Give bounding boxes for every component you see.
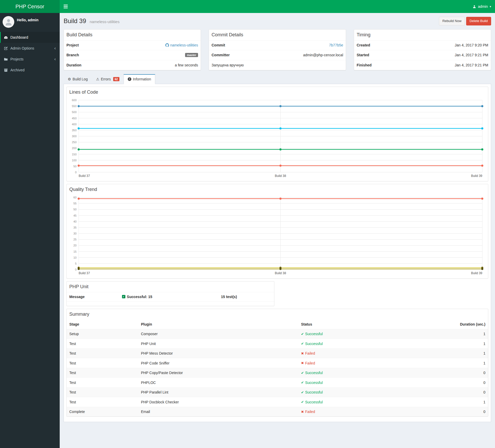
status-label: Successful <box>305 342 323 346</box>
app: PHP Censor admin ▾ Hello, admin <box>0 0 495 448</box>
avatar-person-icon <box>5 18 12 26</box>
status-cell: ✔Successful <box>299 378 425 388</box>
user-menu[interactable]: admin ▾ <box>469 0 495 13</box>
check-square-icon: ✓ <box>122 295 125 298</box>
commit-details-panel: Commit Details Commit 7b77b5e Committer … <box>209 29 346 70</box>
tab-label: Errors <box>101 77 111 81</box>
y-tick-label: 5 <box>75 262 77 265</box>
check-icon: ✔ <box>301 371 304 375</box>
y-tick-label: 350 <box>72 129 77 132</box>
sidebar-toggle-button[interactable] <box>60 0 71 13</box>
status-cell: ✖Failed <box>299 407 425 416</box>
plugin-cell: PHP Mess Detector <box>138 348 299 358</box>
chart-point <box>280 105 282 107</box>
y-tick-label: 200 <box>72 147 77 150</box>
plugin-cell: PHP Unit <box>138 339 299 349</box>
sidebar-item-label: Archived <box>10 68 24 72</box>
stage-cell: Test <box>67 387 138 397</box>
panel-title: Commit Details <box>212 32 243 37</box>
y-tick-label: 35 <box>73 226 77 229</box>
duration-cell: 1 <box>425 329 488 339</box>
php-unit-header-row: Message ✓ Successful: 15 15 test(s) <box>67 292 274 301</box>
stage-cell: Complete <box>67 407 138 416</box>
chart-point <box>78 197 80 199</box>
status-cell: ✔Successful <box>299 397 425 407</box>
y-tick-label: 0 <box>75 171 77 174</box>
tab-label: Information <box>133 77 151 81</box>
cross-icon: ✖ <box>301 361 304 365</box>
delete-build-button[interactable]: Delete Build <box>466 17 491 25</box>
stage-cell: Test <box>67 378 138 388</box>
php-unit-panel: PHP Unit Message ✓ Successful: 15 15 tes… <box>66 281 274 306</box>
page-header: Build 39 nameless-utilities Rebuild Now … <box>60 13 495 29</box>
status-label: Failed <box>305 361 315 365</box>
summary-row: CompleteEmail✖Failed0 <box>67 407 488 416</box>
status-label: Successful <box>305 400 323 404</box>
y-tick-label: 20 <box>73 244 77 247</box>
commit-link[interactable]: 7b77b5e <box>329 43 343 47</box>
top-navbar: admin ▾ <box>60 0 495 13</box>
panel-header: Quality Trend <box>67 184 488 194</box>
chart-point <box>78 164 80 167</box>
sidebar-item-archived[interactable]: Archived <box>0 65 60 75</box>
panel-title: PHP Unit <box>69 284 89 289</box>
summary-row: TestPHP Parallel Lint✔Successful0 <box>67 387 488 397</box>
brand-logo[interactable]: PHP Censor <box>0 0 60 13</box>
summary-row: TestPHP Mess Detector✖Failed1 <box>67 348 488 358</box>
panel-title: Quality Trend <box>69 187 97 192</box>
plugin-cell: PHPLOC <box>138 378 299 388</box>
build-status: ✔Successful <box>301 371 323 375</box>
finished-value: Jan 4, 2017 9:21 PM <box>455 63 488 67</box>
hamburger-icon <box>64 5 68 8</box>
project-link[interactable]: nameless-utilities <box>165 43 198 47</box>
x-tick-label: Build 39 <box>471 271 483 275</box>
tab-information[interactable]: i Information <box>124 74 155 84</box>
build-status: ✔Successful <box>301 381 323 385</box>
sidebar-item-projects[interactable]: Projects ‹ <box>0 54 60 65</box>
rebuild-now-button[interactable]: Rebuild Now <box>439 17 465 25</box>
avatar <box>3 16 14 28</box>
sidebar-item-admin-options[interactable]: Admin Options ‹ <box>0 43 60 54</box>
quality-trend-panel: Quality Trend 051015202530354045505560Bu… <box>66 184 488 279</box>
row-label: Project <box>66 43 79 47</box>
status-label: Successful <box>305 371 323 375</box>
check-icon: ✔ <box>301 381 304 384</box>
branch-row: Branch master <box>64 50 201 60</box>
info-icon: i <box>128 77 131 81</box>
quality-trend-chart: 051015202530354045505560Build 37Build 38… <box>69 195 485 276</box>
plugin-cell: PHP Copy/Paste Detector <box>138 368 299 378</box>
chart-point <box>280 127 282 129</box>
plugin-cell: Composer <box>138 329 299 339</box>
php-unit-body <box>67 301 274 306</box>
duration-cell: 1 <box>425 397 488 407</box>
edit-icon <box>4 46 8 50</box>
duration-cell: 0 <box>425 368 488 378</box>
tab-label: Build Log <box>73 77 88 81</box>
started-row: Started Jan 4, 2017 9:21 PM <box>354 50 491 60</box>
archive-icon <box>4 68 8 72</box>
duration-cell: 0 <box>425 407 488 416</box>
x-tick-label: Build 38 <box>275 271 286 275</box>
row-label: Committer <box>212 53 230 57</box>
x-tick-label: Build 39 <box>471 174 483 178</box>
summary-panel: Summary Stage Plugin Status Duration (se… <box>66 309 488 417</box>
y-tick-label: 500 <box>72 111 77 114</box>
row-label: Started <box>357 53 369 57</box>
panel-header: Commit Details <box>209 30 346 40</box>
panel-title: Lines of Code <box>69 89 98 95</box>
cross-icon: ✖ <box>301 351 304 355</box>
chart-point <box>481 164 483 167</box>
chart-point <box>481 268 483 270</box>
sidebar-item-dashboard[interactable]: Dashboard <box>0 32 60 43</box>
duration-row: Duration a few seconds <box>64 60 201 70</box>
sidebar-greeting: Hello, admin <box>17 18 38 22</box>
row-label: Duration <box>66 63 82 67</box>
sidebar-item-label: Admin Options <box>10 46 34 50</box>
y-tick-label: 450 <box>72 116 77 120</box>
chart-point <box>280 197 282 199</box>
tab-errors[interactable]: ⚠ Errors 62 <box>92 74 124 84</box>
branch-badge: master <box>185 53 198 57</box>
summary-row: TestPHP Copy/Paste Detector✔Successful0 <box>67 368 488 378</box>
summary-table: Stage Plugin Status Duration (sec.) Setu… <box>67 320 488 417</box>
tab-build-log[interactable]: ⚙ Build Log <box>64 74 92 84</box>
